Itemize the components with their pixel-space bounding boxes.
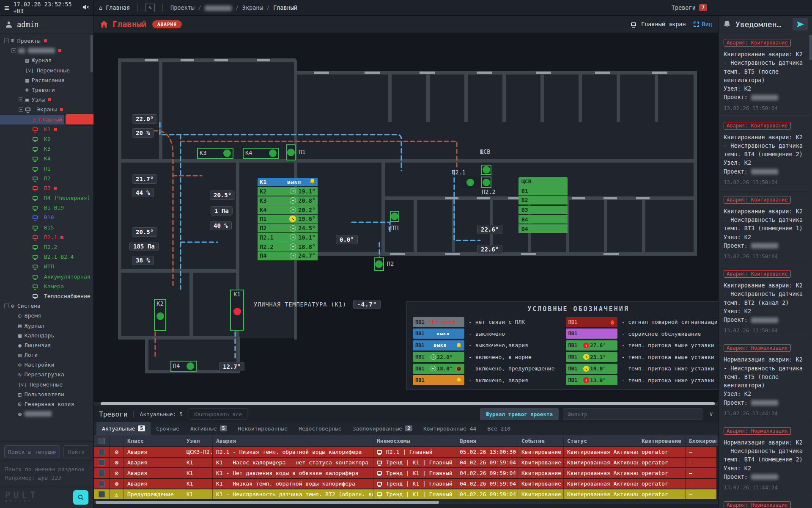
sidebar-item-аккумуляторная[interactable]: Аккумуляторная: [0, 272, 93, 282]
breadcrumb[interactable]: Проекты / / Экраны / Главный: [170, 4, 297, 11]
row-checkbox[interactable]: [99, 491, 105, 497]
units-status-table[interactable]: К1выклК2→19.1°К3→20.8°К4→20.2°П1↘19.6°П2…: [258, 178, 318, 261]
notification-card[interactable]: Авария: Квитирование Квитирование аварии…: [719, 116, 811, 190]
notification-card[interactable]: Авария: Нормализация Нормализация аварии…: [719, 338, 811, 421]
view-button[interactable]: Вид: [694, 21, 712, 28]
sidebar-item-лицензия[interactable]: ◉Лицензия: [0, 340, 93, 350]
shcv-panel[interactable]: ЩСВВ1В2В3В4В4: [518, 177, 568, 234]
sidebar-item-главный[interactable]: ⌂Главный: [0, 115, 93, 124]
tree-expander[interactable]: +: [19, 97, 23, 102]
sidebar-item-перезагрузка[interactable]: ↻Перезагрузка: [0, 370, 93, 379]
sidebar-item-резервная-копия[interactable]: ⊡Резервная копия: [0, 399, 93, 409]
sidebar-item-п2-1[interactable]: П2.1: [0, 232, 93, 242]
sidebar-item-логи[interactable]: ▥Логи: [0, 350, 93, 360]
sidebar-item-к4[interactable]: К4: [0, 154, 93, 163]
collapse-panel-icon[interactable]: ∨: [709, 410, 713, 418]
status-row-к4[interactable]: К4→20.2°: [258, 205, 318, 214]
alarm-row[interactable]: ⊗АварияЩСК3-П2.1П2.1 - Низкая темп. обра…: [94, 447, 718, 457]
sidebar-item-экраны[interactable]: −Экраны: [0, 105, 93, 114]
alarm-row[interactable]: ⚠ПредупреждениеК1К1 - Неисправность датч…: [94, 489, 718, 499]
shcv-row[interactable]: В3: [518, 206, 568, 215]
sidebar-item-тревоги[interactable]: ⊗Тревоги: [0, 85, 93, 95]
unit-к2[interactable]: К2: [154, 299, 166, 331]
sidebar-item-п2[interactable]: П2: [0, 174, 93, 183]
alarm-journal-button[interactable]: Журнал тревог проекта: [480, 408, 559, 420]
unit-к1[interactable]: К1: [230, 290, 244, 331]
notification-card[interactable]: Авария: Квитирование Квитирование аварии…: [719, 33, 811, 116]
notification-card[interactable]: Авария: Квитирование Квитирование аварии…: [719, 264, 811, 338]
sidebar-item-переменные[interactable]: [v]Переменные: [0, 66, 93, 75]
sidebar-item-итп[interactable]: ИТП: [0, 262, 93, 271]
tree-expander[interactable]: −: [4, 304, 9, 308]
status-row-к3[interactable]: К3→20.8°: [258, 196, 318, 205]
alarm-filter-input[interactable]: [563, 408, 702, 420]
edit-icon[interactable]: ✎: [145, 3, 155, 12]
sidebar-item-пользователи[interactable]: ◫Пользователи: [0, 389, 93, 399]
alarm-row[interactable]: ⊗АварияК1К1 - Насос калорифера - нет ста…: [94, 458, 718, 467]
sidebar-item[interactable]: −: [0, 46, 93, 55]
unit-к3[interactable]: К3: [197, 148, 233, 159]
alarm-tab-активные[interactable]: Активные5: [185, 422, 233, 435]
breadcrumb-projects[interactable]: Проекты: [170, 4, 195, 11]
shcv-row[interactable]: В4: [518, 224, 568, 233]
row-checkbox[interactable]: [99, 470, 105, 476]
sidebar-item-календарь[interactable]: ▦Календарь: [0, 331, 93, 340]
menu-icon[interactable]: ≡: [4, 3, 9, 12]
unit-к4[interactable]: К4: [243, 148, 279, 159]
alarm-tab-актуальные[interactable]: Актуальные5: [96, 422, 151, 435]
unit-п2[interactable]: П2: [374, 257, 384, 271]
status-row-к1[interactable]: К1выкл: [258, 178, 318, 186]
send-button[interactable]: [793, 18, 808, 30]
sidebar-item-время[interactable]: ◷Время: [0, 311, 93, 320]
row-checkbox[interactable]: [99, 480, 105, 487]
main-screen-link[interactable]: Главный экран: [631, 21, 686, 28]
tree-expander[interactable]: −: [11, 48, 16, 53]
shcv-row[interactable]: В1: [518, 186, 568, 195]
tree-expander[interactable]: −: [4, 39, 9, 43]
sidebar-item-п1[interactable]: П1: [0, 163, 93, 173]
breadcrumb-project-redacted[interactable]: [205, 6, 232, 11]
alarm-tab-квитированные[interactable]: Квитированные 44: [418, 422, 482, 435]
quick-search-button[interactable]: [73, 490, 88, 505]
sidebar-item[interactable]: ◍: [0, 409, 93, 419]
find-button[interactable]: Найти: [63, 445, 89, 458]
alarm-tab-недостоверные[interactable]: Недостоверные: [293, 422, 347, 435]
notification-card[interactable]: Авария: Нормализация Нормализация аварии…: [719, 421, 811, 495]
search-input[interactable]: [4, 445, 60, 458]
alarm-row[interactable]: ⊗АварияК1К1 - Низкая темп. обратной воды…: [94, 479, 718, 489]
home-icon[interactable]: ⌂: [99, 4, 102, 11]
sidebar-item-проекты[interactable]: −⊞Проекты: [0, 36, 93, 46]
alarm-tab-срочные[interactable]: Срочные: [151, 422, 185, 435]
sidebar-item-к1[interactable]: К1: [0, 124, 93, 134]
status-row-п1[interactable]: П1↘19.6°: [258, 215, 318, 223]
unit-box[interactable]: [460, 177, 480, 188]
status-row-п4[interactable]: П4→24.7°: [258, 251, 318, 260]
notification-card[interactable]: Авария: Нормализация Нормализация аварии…: [719, 495, 811, 508]
sidebar-item-в2-1-в2-4[interactable]: В2.1-В2.4: [0, 252, 93, 262]
sidebar-item-в15[interactable]: В15: [0, 223, 93, 232]
sidebar-item-узлы[interactable]: +▣Узлы: [0, 95, 93, 105]
status-row-п2.1[interactable]: П2.1→10.1°: [258, 233, 318, 242]
map-horizontal-scrollbar[interactable]: [94, 402, 718, 406]
unit-п1[interactable]: П1: [286, 144, 296, 160]
alarm-tab-заблокированные[interactable]: Заблокированные2: [347, 422, 418, 435]
notifications-scrollbar[interactable]: [809, 35, 812, 60]
unit-итп[interactable]: ИТП: [390, 211, 399, 222]
sidebar-item-п3[interactable]: П3: [0, 183, 93, 193]
sidebar-item-к2[interactable]: К2: [0, 134, 93, 144]
sidebar-item-переменные[interactable]: [v]Переменные: [0, 380, 93, 389]
notification-card[interactable]: Авария: Квитирование Квитирование аварии…: [719, 190, 811, 264]
tree-expander[interactable]: −: [19, 107, 23, 112]
shcv-row[interactable]: В2: [518, 196, 568, 204]
alarm-tab-все[interactable]: Все 210: [482, 422, 516, 435]
sidebar-item-п4-чиллерная-[interactable]: П4 (Чиллерная): [0, 193, 93, 203]
unit-box[interactable]: [481, 177, 491, 188]
status-row-к2[interactable]: К2→19.1°: [258, 187, 318, 196]
sidebar-item-в1-в19[interactable]: В1-В19: [0, 203, 93, 213]
alarm-row[interactable]: ⊗АварияК1К1 - Нет давления воды в обвязк…: [94, 468, 718, 478]
sidebar-item-теплоснабжение[interactable]: Теплоснабжение: [0, 291, 93, 301]
sidebar-item-п2-2[interactable]: П2.2: [0, 242, 93, 252]
shcv-row[interactable]: ЩСВ: [518, 177, 568, 186]
sidebar-item-настройки[interactable]: ⚙Настройки: [0, 360, 93, 370]
row-checkbox[interactable]: [99, 459, 105, 466]
